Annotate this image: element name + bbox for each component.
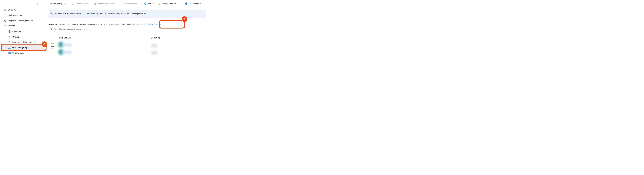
- info-icon: i: [50, 12, 53, 15]
- toolbar-label: Got feedback?: [188, 3, 200, 5]
- redacted-display-name: [63, 43, 72, 46]
- sidebar-item-owners[interactable]: Owners: [8, 35, 19, 39]
- update-credential-button[interactable]: Update credential: [120, 2, 137, 6]
- redacted-content-card: [55, 40, 205, 56]
- people-icon: [8, 36, 11, 38]
- annotation-letter: b: [183, 17, 186, 21]
- sidebar-item-label: Owners: [12, 36, 19, 38]
- book-icon: [4, 14, 6, 17]
- toolbar-label: Refresh: [148, 3, 154, 5]
- toolbar-label: Remove assignment: [98, 3, 114, 5]
- redacted-object-type: [151, 44, 157, 47]
- sidebar-item-label: Manage: [8, 25, 15, 27]
- sidebar-item-deployment-plan[interactable]: Deployment Plan: [4, 13, 22, 17]
- search-icon: [50, 28, 52, 30]
- refresh-button[interactable]: Refresh: [144, 2, 154, 6]
- people-icon: [8, 46, 11, 49]
- toolbar-label: Add user/group: [53, 3, 66, 5]
- refresh-icon: [144, 2, 146, 5]
- remove-assignment-button[interactable]: Remove assignment: [94, 2, 114, 6]
- role-person-icon: [8, 41, 11, 44]
- info-banner: i The application will appear for assign…: [49, 10, 206, 18]
- row-checkbox[interactable]: [51, 50, 54, 54]
- info-banner-text: The application will appear for assigned…: [54, 13, 147, 15]
- collapse-sidebar-icon[interactable]: «: [42, 2, 43, 4]
- chevron-down-icon: [4, 24, 6, 27]
- toolbar-label: Manage view: [162, 3, 173, 5]
- sso-arrow-icon: [8, 52, 11, 54]
- search-box[interactable]: [49, 27, 99, 31]
- add-user-group-button[interactable]: Add user/group: [50, 2, 66, 6]
- annotation-box-b: [159, 20, 185, 28]
- toolbar-label: Edit assignment: [76, 3, 89, 5]
- feedback-person-icon: [185, 2, 188, 5]
- application-registration-link[interactable]: application registration: [143, 23, 162, 25]
- sidebar-item-label: Properties: [12, 30, 21, 32]
- sidebar-item-single-sign-on[interactable]: Single sign-on: [8, 51, 24, 55]
- gear-icon: [158, 2, 161, 5]
- sidebar-item-overview[interactable]: Overview: [4, 8, 16, 12]
- chevron-down-icon: [174, 3, 176, 4]
- pencil-icon: [72, 2, 74, 5]
- sidebar-item-label: Deployment Plan: [8, 14, 22, 16]
- sidebar-item-users-and-groups[interactable]: Users and groups: [8, 46, 28, 50]
- assign-description: Assign users and groups to app-roles for…: [49, 23, 162, 25]
- redacted-object-type: [151, 51, 157, 55]
- tools-icon: [4, 19, 6, 22]
- column-header-display-name[interactable]: Display name: [58, 37, 71, 39]
- manage-view-button[interactable]: Manage view: [158, 2, 176, 6]
- toolbar-divider: [182, 2, 182, 5]
- azure-users-and-groups-blade: ◇ « Overview Deployment Plan: [0, 0, 206, 56]
- sidebar-item-label: Roles and administrators: [12, 41, 34, 43]
- sidebar-section-manage[interactable]: Manage: [4, 24, 15, 28]
- sidebar-item-diagnose[interactable]: Diagnose and solve problems: [4, 19, 33, 23]
- search-input[interactable]: [54, 28, 97, 30]
- overview-grid-icon: [4, 8, 6, 11]
- row-checkbox[interactable]: [51, 43, 54, 47]
- toolbar-label: Update credential: [123, 3, 137, 5]
- sidebar-item-label: Overview: [8, 9, 16, 11]
- sidebar-item-label: Diagnose and solve problems: [8, 20, 33, 22]
- sidebar-item-label: Single sign-on: [12, 52, 24, 54]
- edit-assignment-button[interactable]: Edit assignment: [72, 2, 89, 6]
- got-feedback-button[interactable]: Got feedback?: [185, 2, 200, 6]
- sidebar-item-properties[interactable]: Properties: [8, 30, 21, 33]
- trash-icon: [94, 2, 96, 5]
- sidebar-item-label: Users and groups: [12, 46, 28, 48]
- redacted-display-name: [63, 51, 72, 54]
- key-icon: [120, 2, 122, 5]
- description-text: Assign users and groups to app-roles for…: [49, 23, 143, 25]
- properties-bars-icon: [8, 30, 11, 33]
- column-header-object-type[interactable]: Object type: [151, 37, 162, 39]
- pin-diamond-icon[interactable]: ◇: [36, 2, 38, 5]
- sidebar-item-roles-admins[interactable]: Roles and administrators: [8, 40, 34, 44]
- plus-icon: [50, 2, 52, 5]
